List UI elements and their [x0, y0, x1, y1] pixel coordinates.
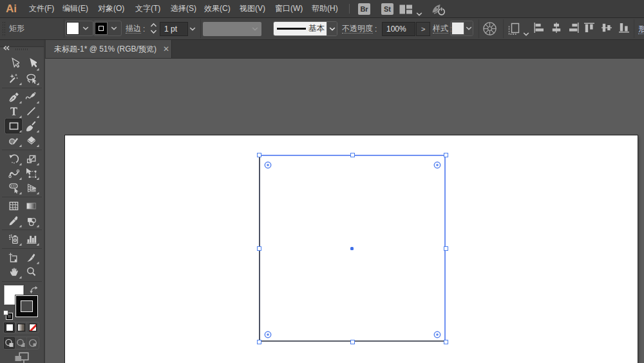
shaper-tool[interactable]: [5, 133, 22, 148]
selection-center-point[interactable]: [350, 247, 354, 250]
chevron-down-icon[interactable]: [108, 26, 120, 30]
artboard-tool[interactable]: [5, 250, 22, 265]
perspective-grid-tool[interactable]: [23, 181, 39, 195]
color-fill-button[interactable]: [4, 322, 15, 333]
paintbrush-tool[interactable]: [23, 119, 39, 133]
stroke-label-colon: :: [143, 25, 145, 34]
shape-panel-link[interactable]: 形: [638, 25, 644, 34]
tab-close-icon[interactable]: ✕: [163, 46, 169, 52]
align-center-h-icon[interactable]: [551, 23, 562, 35]
style-swatch[interactable]: [451, 22, 464, 35]
chevron-down-icon[interactable]: [523, 27, 529, 39]
canvas-area[interactable]: [45, 59, 644, 363]
tools-panel-grip[interactable]: [15, 48, 28, 50]
magic-wand-tool[interactable]: [5, 72, 22, 86]
chevron-down-icon[interactable]: [416, 7, 422, 19]
eraser-tool[interactable]: [23, 133, 39, 148]
stroke-swatch[interactable]: [95, 22, 108, 35]
align-top-icon[interactable]: [584, 23, 594, 35]
eyedropper-tool[interactable]: [5, 213, 22, 228]
opacity-panel-link[interactable]: 不透明度:: [342, 18, 377, 39]
collapse-panel-icon[interactable]: [3, 41, 10, 53]
draw-normal-button[interactable]: [4, 337, 15, 349]
align-bottom-icon[interactable]: [619, 23, 629, 35]
corner-radius-widget[interactable]: [433, 329, 441, 337]
align-left-icon[interactable]: [534, 23, 544, 35]
selection-handle[interactable]: [444, 340, 448, 344]
controlbar-grip[interactable]: [2, 21, 6, 37]
selection-tool[interactable]: [5, 57, 22, 72]
shape-builder-tool[interactable]: [5, 181, 22, 195]
selection-handle[interactable]: [444, 246, 448, 251]
chevron-down-icon[interactable]: [327, 22, 337, 35]
stroke-weight-field[interactable]: 1 pt: [160, 22, 188, 36]
hand-tool[interactable]: [5, 265, 22, 280]
mesh-tool[interactable]: [5, 199, 22, 214]
document-tab[interactable]: 未标题-1* @ 51% (RGB/预览) ✕: [46, 40, 172, 58]
brush-definition-control[interactable]: 基本: [273, 21, 337, 36]
more-options-button[interactable]: >: [416, 22, 430, 36]
screen-mode-button[interactable]: [15, 352, 29, 363]
none-fill-button[interactable]: [27, 322, 39, 333]
artboard[interactable]: [65, 135, 638, 363]
type-tool[interactable]: [5, 104, 22, 119]
selection-handle[interactable]: [257, 153, 261, 157]
pen-tool[interactable]: [5, 90, 22, 104]
selected-rectangle[interactable]: [259, 155, 446, 342]
column-graph-tool[interactable]: [23, 232, 39, 247]
blend-tool[interactable]: [23, 213, 39, 228]
chevron-down-icon[interactable]: [79, 26, 92, 30]
graphic-style-link[interactable]: 样式:: [433, 18, 451, 39]
align-middle-v-icon[interactable]: [601, 23, 612, 35]
draw-behind-button[interactable]: [15, 337, 27, 349]
flyout-indicator: [37, 225, 39, 228]
align-right-icon[interactable]: [569, 23, 579, 35]
stock-button[interactable]: St: [381, 3, 393, 15]
opacity-field[interactable]: 100%: [382, 22, 415, 36]
corner-radius-widget[interactable]: [264, 160, 272, 168]
opacity-value: 100%: [386, 25, 406, 34]
zoom-tool[interactable]: [23, 265, 39, 280]
gpu-performance-icon[interactable]: [430, 3, 446, 18]
draw-inside-button[interactable]: [27, 337, 39, 349]
gradient-fill-button[interactable]: [15, 322, 27, 333]
selection-handle[interactable]: [444, 153, 448, 157]
brush-preview[interactable]: 基本: [274, 22, 327, 35]
recolor-artwork-icon[interactable]: [482, 21, 497, 39]
chevron-down-icon[interactable]: [464, 21, 473, 35]
default-fill-stroke-icon[interactable]: [3, 310, 12, 319]
lasso-tool[interactable]: [23, 72, 39, 86]
selection-handle[interactable]: [350, 153, 355, 157]
selection-handle[interactable]: [257, 246, 261, 251]
flyout-indicator: [19, 101, 22, 104]
width-tool[interactable]: [5, 166, 22, 181]
selection-handle[interactable]: [350, 340, 355, 344]
bridge-button[interactable]: Br: [358, 3, 370, 15]
flyout-indicator: [37, 101, 39, 104]
style-swatch-control[interactable]: [450, 21, 473, 36]
line-segment-tool[interactable]: [23, 104, 39, 119]
opacity-label-colon: :: [375, 25, 377, 34]
scale-tool[interactable]: [23, 152, 39, 166]
direct-selection-tool[interactable]: [23, 57, 39, 72]
stroke-weight-dropdown-icon[interactable]: [189, 18, 196, 39]
selection-handle[interactable]: [257, 340, 261, 344]
rotate-tool[interactable]: [5, 152, 22, 166]
flyout-indicator: [19, 243, 22, 246]
rectangle-tool[interactable]: [5, 119, 22, 133]
corner-radius-widget[interactable]: [264, 329, 272, 337]
stroke-color-well[interactable]: [15, 295, 38, 317]
select-similar-icon[interactable]: [507, 22, 522, 38]
workspace-switcher-icon[interactable]: [399, 5, 412, 17]
tool-row: [0, 213, 44, 228]
corner-radius-widget[interactable]: [433, 160, 441, 168]
slice-tool[interactable]: [23, 250, 39, 265]
free-transform-tool[interactable]: [23, 166, 39, 181]
gradient-tool[interactable]: [23, 199, 39, 214]
curvature-tool[interactable]: [23, 90, 39, 104]
stroke-panel-link[interactable]: 描边:: [126, 18, 145, 39]
symbol-sprayer-tool[interactable]: [5, 232, 22, 247]
fill-color-control[interactable]: [65, 21, 93, 36]
stroke-color-control[interactable]: [93, 21, 122, 36]
fill-swatch[interactable]: [66, 22, 79, 35]
